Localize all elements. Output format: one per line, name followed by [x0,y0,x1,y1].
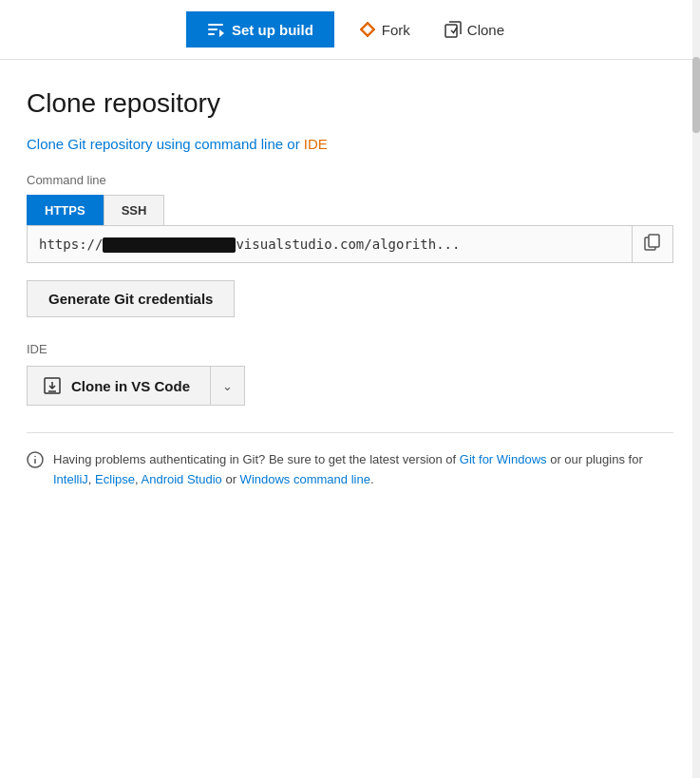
chevron-down-icon: ⌄ [222,379,233,393]
svg-point-13 [34,456,36,458]
ide-link[interactable]: IDE [304,136,328,152]
clone-button[interactable]: Clone [435,13,514,46]
ide-label: IDE [27,342,673,356]
toolbar: Set up build Fork Clone [0,0,700,60]
clone-vscode-button[interactable]: Clone in VS Code [28,367,210,405]
clone-url: https://visualstudio.com/algorith... [28,227,632,262]
protocol-tabs: HTTPS SSH [27,195,673,225]
command-line-label: Command line [27,173,673,187]
tab-https[interactable]: HTTPS [27,195,104,225]
windows-command-line-link[interactable]: Windows command line [240,472,370,486]
fork-button[interactable]: Fork [350,13,420,46]
vscode-download-icon [43,376,62,395]
svg-rect-0 [208,24,223,26]
scrollbar-thumb[interactable] [692,57,700,133]
info-icon [27,451,44,468]
url-field-wrapper: https://visualstudio.com/algorith... [27,225,673,263]
tab-ssh[interactable]: SSH [104,195,165,225]
svg-rect-2 [208,33,215,35]
git-for-windows-link[interactable]: Git for Windows [460,452,547,466]
svg-rect-1 [208,28,218,30]
intellij-link[interactable]: IntelliJ [53,472,88,486]
page-title: Clone repository [27,88,673,119]
divider [27,432,673,433]
scrollbar-track [692,0,700,778]
copy-url-button[interactable] [632,226,672,262]
vscode-dropdown-button[interactable]: ⌄ [210,367,244,405]
info-text: Having problems authenticating in Git? B… [53,450,673,490]
subtitle-text-before: Clone Git repository using command line … [27,136,304,152]
clone-vscode-wrapper: Clone in VS Code ⌄ [27,366,245,406]
svg-marker-3 [219,29,224,37]
android-studio-link[interactable]: Android Studio [142,472,222,486]
svg-rect-8 [649,235,659,247]
info-note: Having problems authenticating in Git? B… [27,450,673,490]
main-content: Clone repository Clone Git repository us… [0,60,700,517]
clone-icon [445,21,462,38]
setup-build-icon [207,21,224,38]
fork-icon [359,21,376,38]
copy-icon [644,234,661,251]
clone-subtitle: Clone Git repository using command line … [27,136,673,152]
eclipse-link[interactable]: Eclipse [95,472,135,486]
setup-build-button[interactable]: Set up build [186,11,334,47]
generate-credentials-button[interactable]: Generate Git credentials [27,280,235,317]
redacted-url [103,237,236,253]
